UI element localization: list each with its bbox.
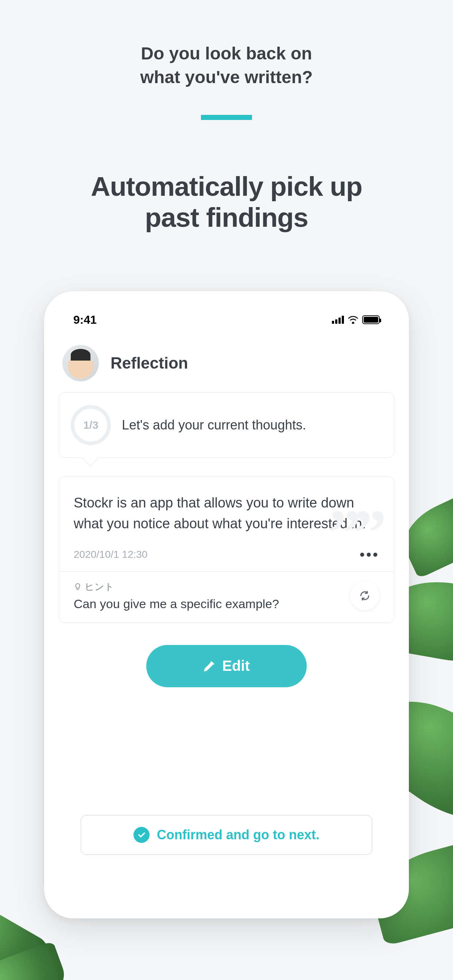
headline-line2: past findings: [145, 202, 308, 232]
hint-text: Can you give me a specific example?: [74, 597, 343, 611]
app-header: Reflection: [59, 330, 394, 392]
refresh-icon: [359, 590, 370, 601]
question-line2: what you've written?: [140, 67, 313, 87]
more-options-button[interactable]: •••: [360, 551, 379, 558]
marketing-headline: Automatically pick up past findings: [0, 171, 453, 233]
svg-point-0: [353, 322, 354, 324]
pencil-icon: [203, 660, 215, 672]
status-time: 9:41: [73, 313, 97, 327]
step-badge: 1/3: [71, 405, 111, 445]
status-bar: 9:41: [59, 306, 394, 330]
prompt-text: Let's add your current thoughts.: [122, 417, 306, 433]
note-timestamp: 2020/10/1 12:30: [74, 549, 147, 560]
status-icons: [332, 315, 380, 324]
battery-icon: [362, 315, 380, 324]
edit-button-label: Edit: [222, 658, 250, 674]
confirm-button-label: Confirmed and go to next.: [157, 827, 319, 843]
phone-mockup: 9:41 Reflection 1/3 Let's add your curre…: [44, 291, 409, 918]
note-card: ”” Stockr is an app that allows you to w…: [59, 476, 394, 623]
hint-label: ヒント: [74, 581, 343, 593]
prompt-bubble: 1/3 Let's add your current thoughts.: [59, 392, 394, 458]
screen-title: Reflection: [110, 354, 188, 372]
marketing-question: Do you look back on what you've written?: [0, 42, 453, 89]
lightbulb-icon: [74, 582, 82, 590]
confirm-button[interactable]: Confirmed and go to next.: [81, 815, 372, 855]
edit-button[interactable]: Edit: [146, 645, 307, 687]
wifi-icon: [348, 316, 359, 324]
marketing-header: Do you look back on what you've written?: [0, 0, 453, 120]
check-circle-icon: [134, 827, 150, 843]
avatar[interactable]: [62, 345, 99, 381]
question-line1: Do you look back on: [141, 44, 312, 63]
cellular-signal-icon: [332, 316, 344, 324]
hint-section: ヒント Can you give me a specific example?: [59, 571, 394, 623]
refresh-hint-button[interactable]: [350, 581, 379, 610]
divider-line: [201, 115, 252, 120]
headline-line1: Automatically pick up: [91, 171, 362, 202]
note-text: Stockr is an app that allows you to writ…: [74, 493, 379, 534]
